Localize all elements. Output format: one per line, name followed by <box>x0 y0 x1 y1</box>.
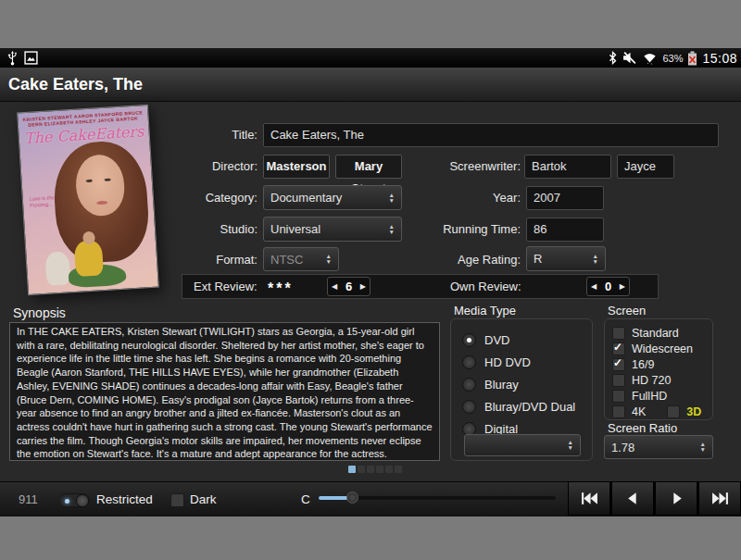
running-time-label: Running Time: <box>409 222 521 236</box>
checkbox-4k-label[interactable]: 4K <box>632 405 646 418</box>
skip-end-button[interactable] <box>698 481 741 516</box>
checkbox-hd-720[interactable]: HD 720 <box>612 372 712 388</box>
spinner-icon: ▲▼ <box>568 440 573 451</box>
toggle-knob <box>76 494 89 507</box>
page-dot[interactable] <box>367 466 374 473</box>
category-label: Category: <box>165 191 257 205</box>
wifi-icon <box>642 52 658 65</box>
movie-poster[interactable]: KRISTEN STEWART AARON STANFORD BRUCE DER… <box>17 105 159 295</box>
media-type-panel: DVD HD DVD Bluray Bluray/DVD Dual Digita… <box>450 318 593 461</box>
checkbox-3d-label[interactable]: 3D <box>686 405 701 418</box>
spinner-icon: ▲▼ <box>389 193 395 204</box>
screen-ratio-dropdown[interactable]: 1.78 ▲▼ <box>604 435 713 459</box>
screen-ratio-label: Screen Ratio <box>608 421 677 435</box>
screenwriter-label: Screenwriter: <box>409 159 521 173</box>
own-review-increment-icon[interactable]: ▶ <box>620 282 625 291</box>
year-input[interactable]: 2007 <box>526 186 604 210</box>
screenwriter-firstname-input[interactable]: Jayce <box>617 155 674 179</box>
spinner-icon: ▲▼ <box>593 254 598 265</box>
synopsis-textarea[interactable]: In THE CAKE EATERS, Kristen Stewart (TWI… <box>9 322 440 461</box>
page-dot[interactable] <box>358 466 365 473</box>
poster-figure-rider <box>74 240 104 277</box>
radio-icon <box>462 333 476 347</box>
year-label: Year: <box>409 191 521 205</box>
checkbox-icon <box>612 374 625 387</box>
bluetooth-icon <box>608 51 618 65</box>
synopsis-label: Synopsis <box>13 305 66 320</box>
page-indicator <box>348 466 402 473</box>
checkbox-icon <box>612 358 625 371</box>
radio-option-hd-dvd[interactable]: HD DVD <box>462 351 592 373</box>
restricted-label: Restricted <box>96 492 153 506</box>
radio-icon <box>462 355 476 369</box>
record-count: 911 <box>19 492 38 506</box>
category-dropdown[interactable]: Documentary ▲▼ <box>263 185 402 210</box>
ext-review-label: Ext Review: <box>194 280 257 293</box>
running-time-input[interactable]: 86 <box>526 218 604 242</box>
skip-start-button[interactable] <box>568 481 610 516</box>
checkbox-icon-4k[interactable] <box>612 405 625 418</box>
review-bar: Ext Review: *** ◀ 6 ▶ Own Review: ◀ 0 ▶ <box>182 274 659 299</box>
radio-option-bluray[interactable]: Bluray <box>462 373 592 395</box>
page-dot[interactable] <box>348 466 356 473</box>
age-rating-label: Age Rating: <box>409 253 521 267</box>
poster-figure-passenger <box>44 251 70 286</box>
page-dot[interactable] <box>376 466 383 473</box>
previous-button[interactable] <box>611 481 654 516</box>
title-label: Title: <box>165 128 257 142</box>
age-rating-dropdown[interactable]: R ▲▼ <box>526 246 606 271</box>
checkbox-widescreen[interactable]: Widescreen <box>612 341 712 356</box>
checkbox-16-9[interactable]: 16/9 <box>612 356 712 372</box>
c-slider[interactable] <box>319 496 556 500</box>
screen-panel: Standard Widescreen 16/9 HD 720 FullHD 4… <box>604 318 713 420</box>
media-controls <box>568 481 741 516</box>
spinner-icon: ▲▼ <box>389 224 395 235</box>
ext-review-stepper[interactable]: ◀ 6 ▶ <box>327 277 370 296</box>
radio-icon <box>462 378 476 392</box>
media-extra-dropdown[interactable]: ▲▼ <box>464 434 581 456</box>
own-review-stepper[interactable]: ◀ 0 ▶ <box>586 277 630 296</box>
radio-icon <box>462 400 476 414</box>
checkbox-fullhd[interactable]: FullHD <box>612 388 712 404</box>
skip-end-icon <box>711 492 729 505</box>
toggle-indicator-dot <box>65 499 69 504</box>
page-dot[interactable] <box>385 466 393 473</box>
poster-tagline: Love is the Frosting... <box>30 194 64 209</box>
next-button[interactable] <box>655 481 697 516</box>
slider-knob[interactable] <box>346 492 358 504</box>
director-firstname-button[interactable]: Mary Stuart <box>335 155 402 179</box>
page-title: Cake Eaters, The <box>0 68 741 102</box>
checkbox-standard[interactable]: Standard <box>612 325 712 341</box>
checkbox-icon <box>612 390 625 403</box>
ext-review-stars: *** <box>268 280 294 297</box>
page-dot[interactable] <box>395 466 402 473</box>
radio-option-dvd[interactable]: DVD <box>462 329 592 351</box>
ext-review-increment-icon[interactable]: ▶ <box>360 282 366 291</box>
ext-review-decrement-icon[interactable]: ◀ <box>332 282 337 291</box>
director-lastname-button[interactable]: Masterson <box>263 155 330 179</box>
own-review-decrement-icon[interactable]: ◀ <box>591 282 597 291</box>
clock: 15:08 <box>702 51 737 66</box>
spinner-icon: ▲▼ <box>700 442 706 453</box>
dark-checkbox[interactable] <box>170 493 184 507</box>
checkbox-icon <box>612 342 625 355</box>
skip-start-icon <box>581 492 598 505</box>
format-dropdown[interactable]: NTSC ▲▼ <box>263 247 339 271</box>
radio-option-bluray-dvd-dual[interactable]: Bluray/DVD Dual <box>462 395 592 417</box>
restricted-toggle[interactable] <box>58 493 90 507</box>
title-input[interactable]: Cake Eaters, The <box>263 123 719 147</box>
checkbox-icon-3d[interactable] <box>667 405 680 418</box>
own-review-label: Own Review: <box>450 280 521 293</box>
mute-icon <box>622 51 637 65</box>
screen-label: Screen <box>608 304 646 317</box>
gallery-icon <box>24 51 38 65</box>
screenwriter-lastname-input[interactable]: Bartok <box>524 155 611 179</box>
format-label: Format: <box>165 253 257 267</box>
battery-icon <box>687 51 697 66</box>
battery-percent: 63% <box>662 53 683 64</box>
studio-label: Studio: <box>165 222 257 236</box>
previous-icon <box>624 492 642 505</box>
own-review-value: 0 <box>605 280 611 293</box>
studio-dropdown[interactable]: Universal ▲▼ <box>263 217 402 242</box>
media-type-label: Media Type <box>454 304 516 317</box>
